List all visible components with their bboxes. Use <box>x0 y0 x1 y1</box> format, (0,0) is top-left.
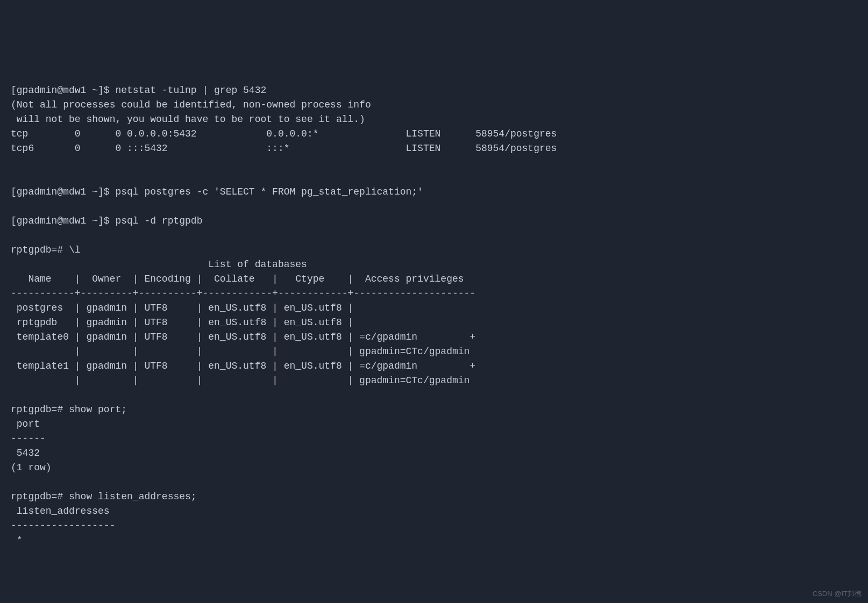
terminal-line: rptgpdb=# show listen_addresses; <box>11 491 197 502</box>
terminal-line: 5432 <box>11 448 40 458</box>
terminal-line: (1 row) <box>11 462 52 473</box>
terminal-line: listen_addresses <box>11 506 115 516</box>
terminal-line: * <box>11 535 23 545</box>
terminal-line: tcp 0 0 0.0.0.0:5432 0.0.0.0:* LISTEN 58… <box>11 128 557 139</box>
terminal-line: (Not all processes could be identified, … <box>11 99 371 110</box>
terminal-line: port <box>11 419 46 429</box>
terminal-line: [gpadmin@mdw1 ~]$ psql postgres -c 'SELE… <box>11 186 423 197</box>
terminal-line: rptgpdb | gpadmin | UTF8 | en_US.utf8 | … <box>11 317 359 328</box>
terminal-output: [gpadmin@mdw1 ~]$ netstat -tulnp | grep … <box>11 69 857 548</box>
terminal-line: -----------+---------+----------+-------… <box>11 288 475 299</box>
terminal-line: template1 | gpadmin | UTF8 | en_US.utf8 … <box>11 361 475 371</box>
terminal-line: ------ <box>11 433 46 444</box>
watermark: CSDN @IT邦德 <box>813 588 862 599</box>
terminal-line: ------------------ <box>11 520 115 531</box>
terminal-line: [gpadmin@mdw1 ~]$ psql -d rptgpdb <box>11 216 202 226</box>
terminal-line: tcp6 0 0 :::5432 :::* LISTEN 58954/postg… <box>11 143 557 154</box>
terminal-line: rptgpdb=# \l <box>11 245 81 255</box>
terminal-line: [gpadmin@mdw1 ~]$ netstat -tulnp | grep … <box>11 85 266 96</box>
terminal-line: | | | | | gpadmin=CTc/gpadmin <box>11 346 469 357</box>
terminal-line: rptgpdb=# show port; <box>11 404 127 415</box>
terminal-line: postgres | gpadmin | UTF8 | en_US.utf8 |… <box>11 303 359 313</box>
terminal-line: template0 | gpadmin | UTF8 | en_US.utf8 … <box>11 332 475 342</box>
terminal-line: will not be shown, you would have to be … <box>11 114 365 125</box>
terminal-line: List of databases <box>11 259 307 270</box>
terminal-line: Name | Owner | Encoding | Collate | Ctyp… <box>11 274 475 284</box>
terminal-line: | | | | | gpadmin=CTc/gpadmin <box>11 375 469 386</box>
